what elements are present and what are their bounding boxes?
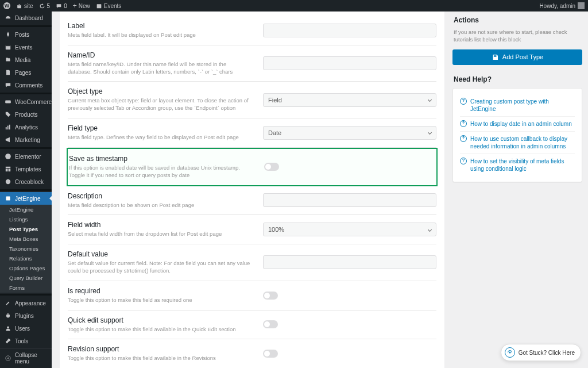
menu-tools[interactable]: Tools (0, 335, 52, 347)
field-title: Field width (68, 221, 252, 229)
got-stuck-widget[interactable]: Got Stuck? Click Here (501, 344, 581, 361)
help-link[interactable]: ?How to set the visibility of meta field… (460, 154, 575, 176)
submenu-listings[interactable]: Listings (0, 214, 52, 224)
required-toggle[interactable] (263, 292, 278, 300)
menu-woocommerce[interactable]: WooCommerce (0, 95, 52, 108)
field-desc: Toggle this option to make this field av… (68, 355, 252, 362)
menu-label: Marketing (15, 137, 40, 143)
collapse-icon (5, 355, 11, 362)
submenu-jetengine[interactable]: JetEngine (0, 205, 52, 214)
menu-media[interactable]: Media (0, 53, 52, 66)
field-title: Default value (68, 250, 252, 258)
pages-icon (5, 69, 11, 76)
site-link[interactable]: site (16, 3, 33, 9)
field-desc: Toggle this option to make this field av… (68, 326, 252, 334)
field-type-select[interactable]: Date (263, 126, 436, 140)
menu-elementor[interactable]: Elementor (0, 150, 52, 163)
events-link[interactable]: Events (96, 3, 122, 9)
help-link[interactable]: ?How to display date in an admin column (460, 116, 575, 131)
object-type-select[interactable]: Field (263, 93, 436, 107)
quick-edit-toggle[interactable] (263, 320, 278, 328)
menu-label: Dashboard (15, 15, 43, 21)
help-link[interactable]: ?Creating custom post type with JetEngin… (460, 94, 575, 116)
field-description: Description Meta field description to be… (68, 186, 436, 216)
menu-label: Media (15, 57, 30, 63)
svg-rect-11 (9, 168, 11, 171)
menu-comments[interactable]: Comments (0, 79, 52, 91)
field-title: Quick edit support (68, 316, 252, 324)
label-input[interactable] (263, 24, 436, 37)
updates-link[interactable]: 5 (39, 3, 51, 9)
collapse-menu[interactable]: Collapse menu (0, 348, 52, 368)
new-link[interactable]: +New (73, 2, 90, 10)
submenu-meta-boxes[interactable]: Meta Boxes (0, 234, 52, 244)
calendar-icon (5, 44, 11, 51)
appearance-icon (5, 300, 11, 306)
avatar-icon (578, 2, 585, 9)
menu-marketing[interactable]: Marketing (0, 133, 52, 146)
wp-logo[interactable]: W (3, 2, 10, 9)
field-desc: Meta field description to be shown on Po… (68, 202, 252, 209)
default-input[interactable] (263, 255, 436, 269)
menu-appearance[interactable]: Appearance (0, 297, 52, 309)
field-title: Name/ID (68, 51, 252, 59)
menu-products[interactable]: Products (0, 108, 52, 121)
help-heading: Need Help? (452, 75, 582, 83)
svg-rect-9 (6, 167, 10, 168)
tools-icon (5, 338, 11, 344)
menu-label: Appearance (15, 300, 46, 306)
menu-crocoblock[interactable]: Crocoblock (0, 175, 52, 188)
sidebar: Actions If you are not sure where to sta… (452, 12, 582, 368)
save-timestamp-toggle[interactable] (264, 163, 279, 171)
submenu-forms[interactable]: Forms (0, 283, 52, 293)
svg-rect-5 (6, 127, 7, 129)
menu-users[interactable]: Users (0, 322, 52, 335)
menu-events[interactable]: Events (0, 41, 52, 53)
menu-label: Elementor (15, 154, 41, 160)
field-quick-edit: Quick edit support Toggle this option to… (68, 310, 436, 340)
svg-rect-0 (96, 4, 101, 8)
submenu-taxonomies[interactable]: Taxonomies (0, 244, 52, 254)
users-icon (5, 325, 11, 332)
svg-rect-3 (7, 71, 9, 72)
submenu-relations[interactable]: Relations (0, 254, 52, 263)
menu-analytics[interactable]: Analytics (0, 121, 52, 133)
pin-icon (5, 31, 11, 38)
field-desc: Meta field label. It will be displayed o… (68, 32, 252, 39)
actions-desc: If you are not sure where to start, plea… (452, 29, 582, 44)
menu-plugins[interactable]: Plugins (0, 309, 52, 322)
admin-bar: W site 5 0 +New Events Howdy, admin (0, 0, 588, 12)
submenu-options-pages[interactable]: Options Pages (0, 263, 52, 273)
analytics-icon (5, 124, 11, 131)
dashboard-icon (5, 14, 11, 21)
menu-pages[interactable]: Pages (0, 66, 52, 79)
field-desc: Set default value for current field. Not… (68, 260, 252, 275)
width-select[interactable]: 100% (263, 223, 436, 236)
question-icon: ? (460, 135, 467, 142)
submenu-post-types[interactable]: Post Types (0, 224, 52, 234)
field-title: Field type (68, 124, 252, 132)
menu-dashboard[interactable]: Dashboard (0, 12, 52, 24)
plugins-icon (5, 312, 11, 319)
help-box: ?Creating custom post type with JetEngin… (452, 88, 582, 182)
menu-templates[interactable]: Templates (0, 163, 52, 175)
add-post-type-button[interactable]: Add Post Type (452, 49, 582, 65)
question-icon: ? (460, 158, 467, 164)
menu-jetengine[interactable]: JetEngine (0, 192, 52, 205)
svg-rect-4 (5, 101, 11, 103)
comments-link[interactable]: 0 (56, 3, 67, 9)
account-link[interactable]: Howdy, admin (539, 2, 585, 9)
menu-posts[interactable]: Posts (0, 28, 52, 41)
name-input[interactable] (263, 56, 436, 70)
menu-label: Tools (15, 338, 28, 344)
submenu-query-builder[interactable]: Query Builder (0, 273, 52, 283)
menu-label: Comments (15, 82, 42, 89)
svg-rect-6 (7, 126, 9, 130)
actions-heading: Actions (452, 16, 582, 24)
description-input[interactable] (263, 193, 436, 207)
media-icon (5, 56, 11, 63)
marketing-icon (5, 136, 11, 143)
help-link[interactable]: ?How to use custom callback to display n… (460, 131, 575, 154)
menu-label: JetEngine (15, 195, 40, 202)
revision-toggle[interactable] (263, 350, 278, 358)
